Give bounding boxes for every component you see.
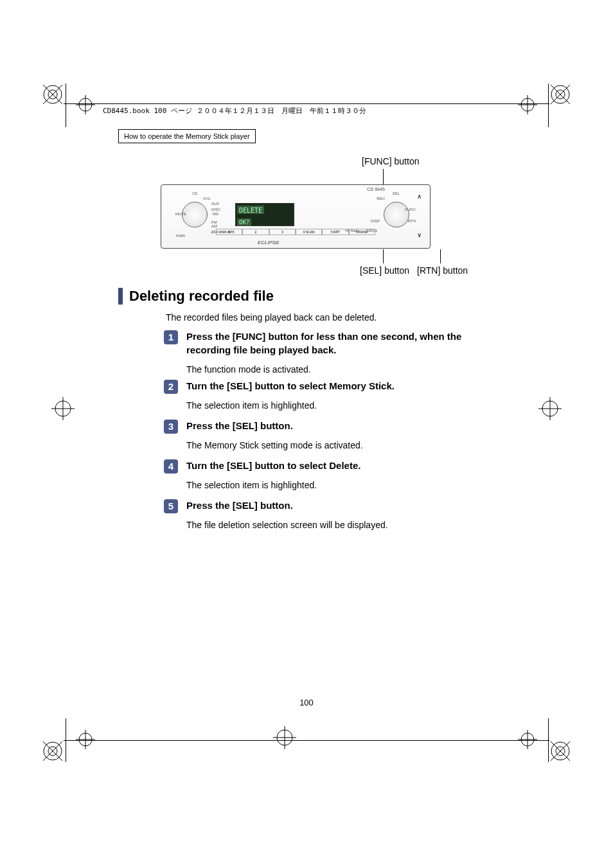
crop-mark-br — [549, 740, 571, 762]
inner-reg-tl — [76, 95, 95, 114]
crop-vline-tl — [66, 84, 66, 127]
step-2-body: The selection item is highlighted. — [186, 400, 395, 411]
crop-vline-bl — [66, 718, 66, 762]
preset-2: 2 — [242, 229, 269, 235]
label-cd: CD — [192, 191, 198, 195]
step-number-5: 5 — [164, 499, 178, 513]
preset-4-scan: 4 SCAN — [296, 229, 322, 235]
leader-line-func — [383, 169, 384, 185]
step-3: 3 Press the [SEL] button. The Memory Sti… — [166, 419, 363, 450]
preset-button-row: 1 2 3 4 SCAN 5 RPT 6 RAND — [216, 229, 375, 235]
crop-mark-tl — [42, 84, 64, 105]
registration-mark-bottom — [273, 726, 296, 749]
crop-mark-tr — [549, 84, 571, 105]
preset-6-rand: 6 RAND — [349, 229, 375, 235]
step-3-title: Press the [SEL] button. — [186, 419, 363, 432]
crop-vline-tr — [548, 84, 549, 127]
step-1: 1 Press the [FUNC] button for less than … — [166, 330, 495, 375]
inner-reg-br — [518, 730, 537, 749]
step-4-body: The selection item is highlighted. — [186, 480, 360, 490]
label-rec: REC — [377, 197, 385, 200]
step-2: 2 Turn the [SEL] button to select Memory… — [166, 379, 395, 411]
preset-1: 1 — [216, 229, 242, 235]
label-rtn: RTN — [408, 219, 416, 223]
label-mute: MUTE — [175, 212, 186, 216]
leader-line-rtn — [440, 249, 441, 263]
step-5-body: The file deletion selection screen will … — [186, 520, 388, 530]
eclipse-logo: ECLIPSE — [258, 240, 280, 245]
step-number-4: 4 — [164, 459, 178, 474]
preset-3: 3 — [269, 229, 296, 235]
crop-mark-bl — [42, 740, 64, 762]
sel-knob — [384, 202, 409, 227]
step-3-body: The Memory Stick setting mode is activat… — [186, 440, 363, 450]
intro-paragraph: The recorded files being played back can… — [166, 312, 377, 323]
step-2-title: Turn the [SEL] button to select Memory S… — [186, 379, 395, 393]
step-5-title: Press the [SEL] button. — [186, 499, 388, 512]
label-vol: VOL — [203, 197, 211, 200]
callout-func-button: [FUNC] button — [362, 156, 419, 166]
section-title: Deleting recorded file — [129, 288, 274, 305]
heading-accent-bar — [118, 288, 123, 305]
display-text-ok: OK? — [237, 218, 251, 226]
registration-mark-right — [538, 397, 562, 420]
label-am: AM — [211, 224, 217, 228]
leader-line-sel — [383, 249, 384, 263]
step-5: 5 Press the [SEL] button. The file delet… — [166, 499, 388, 530]
label-disc: DISC — [211, 208, 220, 211]
label-pwr: PWR — [176, 234, 185, 238]
crop-vline-br — [548, 718, 549, 762]
step-1-body: The function mode is activated. — [186, 364, 495, 375]
car-stereo-illustration: CD 8445 CD VOL AUX DISC MS MUTE FM AM SR… — [161, 184, 431, 249]
callout-sel-button: [SEL] button — [360, 265, 409, 276]
section-heading: Deleting recorded file — [118, 288, 274, 305]
inner-reg-tr — [518, 95, 537, 114]
step-4: 4 Turn the [SEL] button to select Delete… — [166, 459, 360, 490]
step-number-3: 3 — [164, 420, 178, 434]
crop-line-top — [64, 103, 549, 104]
page-number: 100 — [0, 698, 613, 707]
breadcrumb: How to operate the Memory Stick player — [118, 129, 256, 143]
label-disp: DISP — [371, 219, 380, 223]
step-number-2: 2 — [164, 380, 178, 394]
registration-mark-left — [51, 397, 75, 420]
label-sel: SEL — [393, 191, 400, 195]
print-header: CD8445.book 100 ページ ２００４年１２月１３日 月曜日 午前１１… — [103, 106, 366, 116]
callout-rtn-button: [RTN] button — [417, 265, 468, 276]
step-4-title: Turn the [SEL] button to select Delete. — [186, 459, 360, 472]
display-text-delete: DELETE — [237, 206, 264, 214]
step-1-title: Press the [FUNC] button for less than on… — [186, 330, 495, 357]
inner-reg-bl — [76, 730, 95, 749]
up-arrow-icon: ∧ — [413, 193, 425, 200]
preset-5-rpt: 5 RPT — [322, 229, 348, 235]
lcd-display: DELETE OK? — [235, 203, 294, 226]
label-ms: MS — [213, 212, 218, 216]
label-func: FUNC — [405, 208, 416, 211]
down-arrow-icon: ∨ — [413, 231, 425, 239]
label-aux: AUX — [211, 202, 219, 206]
step-number-1: 1 — [164, 330, 178, 344]
crop-line-bottom — [64, 740, 549, 741]
